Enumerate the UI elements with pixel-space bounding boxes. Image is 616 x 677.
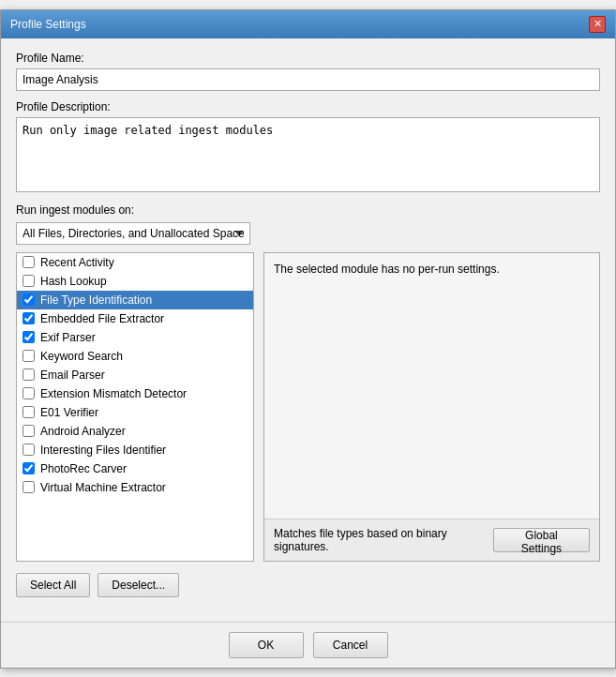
- cancel-button[interactable]: Cancel: [313, 632, 388, 658]
- module-list-panel: Recent ActivityHash LookupFile Type Iden…: [16, 252, 254, 562]
- profile-name-label: Profile Name:: [16, 52, 600, 65]
- module-label-extension-mismatch: Extension Mismatch Detector: [40, 387, 187, 400]
- module-label-hash-lookup: Hash Lookup: [40, 275, 107, 288]
- dialog-content: Profile Name: Profile Description: Run o…: [1, 38, 615, 622]
- module-list: Recent ActivityHash LookupFile Type Iden…: [16, 252, 254, 562]
- module-checkbox-file-type-id[interactable]: [23, 293, 35, 306]
- module-item-vm-extractor[interactable]: Virtual Machine Extractor: [17, 478, 253, 497]
- module-label-exif-parser: Exif Parser: [40, 331, 96, 344]
- module-item-extension-mismatch[interactable]: Extension Mismatch Detector: [17, 384, 253, 403]
- module-checkbox-keyword-search[interactable]: [23, 350, 35, 362]
- module-label-vm-extractor: Virtual Machine Extractor: [40, 481, 166, 494]
- module-checkbox-e01-verifier[interactable]: [23, 406, 35, 418]
- module-label-photorec: PhotoRec Carver: [40, 462, 127, 475]
- module-label-email-parser: Email Parser: [40, 369, 105, 382]
- profile-description-label: Profile Description:: [16, 100, 600, 113]
- profile-name-input[interactable]: [16, 68, 600, 91]
- module-item-e01-verifier[interactable]: E01 Verifier: [17, 403, 253, 422]
- module-item-android-analyzer[interactable]: Android Analyzer: [17, 422, 253, 441]
- global-settings-button[interactable]: Global Settings: [493, 528, 590, 552]
- module-checkbox-embedded-file[interactable]: [23, 312, 35, 324]
- bottom-buttons: Select All Deselect...: [16, 573, 600, 597]
- module-label-android-analyzer: Android Analyzer: [40, 425, 126, 438]
- module-label-embedded-file: Embedded File Extractor: [40, 312, 164, 325]
- module-checkbox-recent-activity[interactable]: [23, 256, 35, 268]
- module-checkbox-interesting-files[interactable]: [23, 444, 35, 456]
- settings-panel: The selected module has no per-run setti…: [263, 252, 600, 562]
- select-all-button[interactable]: Select All: [16, 573, 90, 597]
- module-item-photorec[interactable]: PhotoRec Carver: [17, 459, 253, 478]
- module-checkbox-hash-lookup[interactable]: [23, 275, 35, 287]
- no-settings-message: The selected module has no per-run setti…: [274, 263, 500, 276]
- module-item-file-type-id[interactable]: File Type Identification: [17, 291, 253, 309]
- settings-content: The selected module has no per-run setti…: [264, 253, 599, 519]
- module-checkbox-extension-mismatch[interactable]: [23, 387, 35, 399]
- main-area: Recent ActivityHash LookupFile Type Iden…: [16, 252, 600, 562]
- dialog-footer: OK Cancel: [1, 622, 615, 668]
- module-checkbox-email-parser[interactable]: [23, 369, 35, 381]
- settings-footer-text: Matches file types based on binary signa…: [274, 527, 493, 553]
- dialog-title: Profile Settings: [10, 18, 86, 31]
- module-item-email-parser[interactable]: Email Parser: [17, 366, 253, 384]
- module-checkbox-exif-parser[interactable]: [23, 331, 35, 343]
- module-item-interesting-files[interactable]: Interesting Files Identifier: [17, 441, 253, 459]
- module-item-embedded-file[interactable]: Embedded File Extractor: [17, 309, 253, 328]
- module-checkbox-android-analyzer[interactable]: [23, 425, 35, 437]
- deselect-button[interactable]: Deselect...: [98, 573, 179, 597]
- title-bar: Profile Settings ✕: [1, 10, 615, 38]
- module-item-recent-activity[interactable]: Recent Activity: [17, 253, 253, 272]
- module-label-interesting-files: Interesting Files Identifier: [40, 444, 166, 457]
- profile-description-textarea[interactable]: Run only image related ingest modules: [16, 117, 600, 192]
- run-modules-label: Run ingest modules on:: [16, 203, 600, 217]
- module-checkbox-vm-extractor[interactable]: [23, 481, 35, 493]
- module-label-keyword-search: Keyword Search: [40, 350, 123, 363]
- module-label-e01-verifier: E01 Verifier: [40, 406, 98, 419]
- run-modules-dropdown[interactable]: All Files, Directories, and Unallocated …: [16, 222, 250, 245]
- profile-settings-dialog: Profile Settings ✕ Profile Name: Profile…: [0, 9, 616, 669]
- module-item-hash-lookup[interactable]: Hash Lookup: [17, 272, 253, 291]
- module-checkbox-photorec[interactable]: [23, 462, 35, 474]
- module-label-recent-activity: Recent Activity: [40, 256, 114, 269]
- module-label-file-type-id: File Type Identification: [40, 293, 152, 307]
- close-button[interactable]: ✕: [589, 16, 606, 33]
- ok-button[interactable]: OK: [229, 632, 304, 658]
- module-item-keyword-search[interactable]: Keyword Search: [17, 347, 253, 366]
- settings-footer: Matches file types based on binary signa…: [264, 519, 599, 561]
- module-item-exif-parser[interactable]: Exif Parser: [17, 328, 253, 347]
